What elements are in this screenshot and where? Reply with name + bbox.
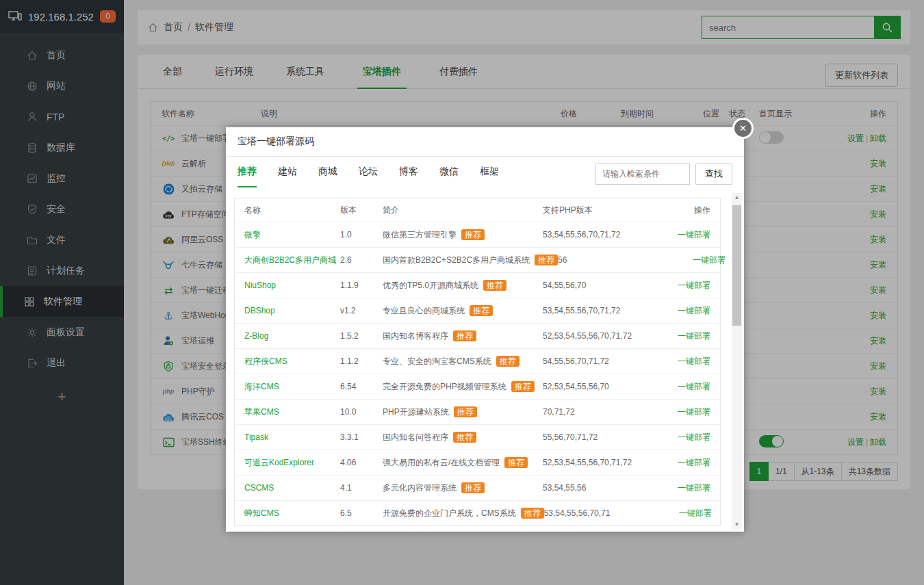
app-name-link[interactable]: 程序侠CMS [244, 356, 287, 366]
app-php-versions: 53,54,55,56,70,71 [544, 508, 669, 518]
app-version: 3.3.1 [340, 432, 383, 442]
tab-site-building[interactable]: 建站 [278, 166, 297, 187]
recommend-badge: 推荐 [535, 255, 558, 265]
one-click-deploy-link[interactable]: 一键部署 [678, 382, 710, 391]
close-icon[interactable]: ✕ [732, 118, 754, 139]
deploy-source-modal: ✕ 宝塔一键部署源码 推荐 建站 商城 论坛 博客 微信 框架 查找 名称 版本… [226, 127, 744, 532]
app-version: 1.0 [340, 230, 383, 239]
app-desc: 国内知名问答程序 [383, 432, 448, 443]
col-header-action: 操作 [668, 205, 710, 216]
tab-mall[interactable]: 商城 [318, 166, 337, 187]
app-version: 1.1.9 [340, 281, 383, 290]
tab-wechat[interactable]: 微信 [439, 166, 459, 187]
deploy-table-row: DBShop v1.2 专业且良心的商城系统推荐 53,54,55,56,70,… [235, 298, 720, 323]
app-desc: 开源免费的企业门户系统，CMS系统 [383, 508, 516, 519]
col-header-name: 名称 [244, 205, 340, 216]
tab-framework[interactable]: 框架 [480, 166, 499, 187]
app-php-versions: 70,71,72 [543, 407, 668, 417]
recommend-badge: 推荐 [504, 457, 528, 468]
scrollbar-thumb[interactable] [732, 205, 741, 326]
deploy-category-tabs: 推荐 建站 商城 论坛 博客 微信 框架 [238, 166, 499, 187]
one-click-deploy-link[interactable]: 一键部署 [678, 407, 710, 417]
recommend-badge: 推荐 [521, 508, 544, 519]
deploy-table: 名称 版本 简介 支持PHP版本 操作 微擎 1.0 微信第三方管理引擎推荐 5… [234, 198, 721, 526]
app-name-link[interactable]: 微擎 [244, 230, 261, 239]
deploy-table-row: 海洋CMS 6.54 完全开源免费的PHP视频管理系统推荐 52,53,54,5… [235, 374, 720, 399]
col-header-php: 支持PHP版本 [543, 205, 668, 216]
col-header-desc: 简介 [383, 205, 543, 216]
recommend-badge: 推荐 [461, 229, 485, 240]
app-php-versions: 52,53,54,55,56,70,71,72 [543, 458, 668, 467]
app-name-link[interactable]: 苹果CMS [244, 407, 279, 417]
deploy-table-row: 大商创B2B2C多用户商城 2.6 国内首款B2B2C+S2B2C多用户商城系统… [235, 247, 720, 272]
deploy-table-body: 微擎 1.0 微信第三方管理引擎推荐 53,54,55,56,70,71,72 … [235, 222, 720, 525]
app-desc: PHP开源建站系统 [383, 406, 449, 418]
deploy-search-input[interactable] [595, 164, 690, 185]
recommend-badge: 推荐 [496, 356, 519, 367]
deploy-table-row: 可道云KodExplorer 4.06 强大易用的私有云/在线文档管理推荐 52… [235, 450, 720, 475]
tab-forum[interactable]: 论坛 [359, 166, 378, 187]
recommend-badge: 推荐 [461, 482, 485, 493]
app-version: v1.2 [340, 306, 383, 315]
app-version: 10.0 [340, 407, 383, 417]
app-name-link[interactable]: DBShop [244, 306, 275, 315]
deploy-table-row: 微擎 1.0 微信第三方管理引擎推荐 53,54,55,56,70,71,72 … [235, 222, 720, 247]
app-name-link[interactable]: NiuShop [244, 281, 276, 290]
app-php-versions: 54,55,56,70 [543, 281, 668, 290]
tab-blog[interactable]: 博客 [399, 166, 418, 187]
app-name-link[interactable]: Z-Blog [244, 331, 268, 341]
scroll-up-icon[interactable]: ▲ [732, 193, 742, 203]
app-name-link[interactable]: 海洋CMS [244, 382, 279, 391]
app-name-link[interactable]: Tipask [244, 432, 268, 442]
app-name-link[interactable]: CSCMS [244, 483, 274, 493]
recommend-badge: 推荐 [483, 280, 506, 291]
app-name-link[interactable]: 蝉知CMS [244, 508, 279, 518]
app-desc: 多元化内容管理系统 [383, 482, 457, 494]
deploy-table-row: NiuShop 1.1.9 优秀的TP5.0开源商城系统推荐 54,55,56,… [235, 272, 720, 298]
app-desc: 强大易用的私有云/在线文档管理 [383, 457, 500, 469]
one-click-deploy-link[interactable]: 一键部署 [678, 356, 710, 366]
one-click-deploy-link[interactable]: 一键部署 [693, 255, 726, 265]
app-desc: 优秀的TP5.0开源商城系统 [383, 280, 478, 291]
deploy-table-row: Tipask 3.3.1 国内知名问答程序推荐 55,56,70,71,72 一… [235, 424, 720, 450]
app-php-versions: 54,55,56,70,71,72 [543, 356, 668, 366]
deploy-table-header: 名称 版本 简介 支持PHP版本 操作 [235, 198, 720, 222]
app-name-link[interactable]: 大商创B2B2C多用户商城 [244, 255, 336, 265]
one-click-deploy-link[interactable]: 一键部署 [678, 331, 710, 341]
recommend-badge: 推荐 [453, 432, 476, 443]
one-click-deploy-link[interactable]: 一键部署 [678, 432, 710, 442]
app-version: 2.6 [340, 255, 383, 265]
app-version: 1.1.2 [340, 356, 383, 366]
app-php-versions: 52,53,54,55,56,70 [543, 382, 668, 391]
recommend-badge: 推荐 [453, 330, 476, 341]
app-name-link[interactable]: 可道云KodExplorer [244, 458, 314, 467]
deploy-table-row: 程序侠CMS 1.1.2 专业、安全的淘宝客CMS系统推荐 54,55,56,7… [235, 348, 720, 374]
one-click-deploy-link[interactable]: 一键部署 [678, 281, 710, 290]
deploy-search: 查找 [595, 164, 732, 185]
app-desc: 国内首款B2B2C+S2B2C多用户商城系统 [383, 255, 530, 266]
one-click-deploy-link[interactable]: 一键部署 [678, 483, 710, 493]
one-click-deploy-link[interactable]: 一键部署 [679, 508, 712, 518]
app-php-versions: 52,53,54,55,56,70,71,72 [543, 331, 668, 341]
recommend-badge: 推荐 [470, 305, 493, 316]
app-desc: 完全开源免费的PHP视频管理系统 [383, 381, 506, 393]
recommend-badge: 推荐 [454, 406, 477, 417]
modal-scrollbar[interactable]: ▲ ▼ [732, 193, 742, 530]
scroll-down-icon[interactable]: ▼ [732, 520, 742, 530]
col-header-version: 版本 [340, 205, 383, 216]
one-click-deploy-link[interactable]: 一键部署 [678, 458, 710, 467]
app-php-versions: 53,54,55,56,70,71,72 [543, 230, 668, 239]
app-version: 4.1 [340, 483, 383, 493]
app-version: 6.5 [340, 508, 383, 518]
app-php-versions: 53,54,55,56 [543, 483, 668, 493]
app-version: 6.54 [340, 382, 383, 391]
app-version: 1.5.2 [340, 331, 383, 341]
recommend-badge: 推荐 [511, 381, 535, 392]
one-click-deploy-link[interactable]: 一键部署 [678, 230, 710, 239]
deploy-search-button[interactable]: 查找 [695, 164, 732, 185]
deploy-table-row: Z-Blog 1.5.2 国内知名博客程序推荐 52,53,54,55,56,7… [235, 323, 720, 348]
one-click-deploy-link[interactable]: 一键部署 [678, 306, 710, 315]
tab-recommend[interactable]: 推荐 [238, 166, 257, 187]
app-desc: 国内知名博客程序 [383, 330, 448, 342]
app-php-versions: 55,56,70,71,72 [543, 432, 668, 442]
